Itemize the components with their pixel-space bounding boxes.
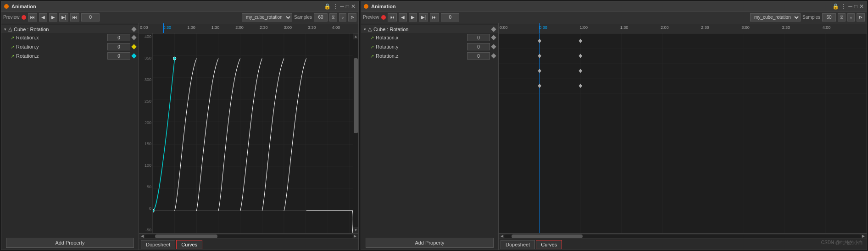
vert-scrollbar-left[interactable]: ▲ ▼ <box>353 33 358 233</box>
clip-select-left[interactable]: my_cube_rotation <box>242 13 292 22</box>
scroll-left-arrow[interactable]: ◀ <box>140 234 145 238</box>
scroll-down-left[interactable]: ▼ <box>353 227 358 233</box>
preview-label-right: Preview <box>363 15 379 20</box>
time-input-left[interactable] <box>81 13 100 22</box>
tree-item-rx-right: ↗ Rotation.x <box>361 33 498 42</box>
max-icon-left[interactable]: □ <box>346 3 349 10</box>
svg-rect-41 <box>579 54 582 58</box>
svg-point-22 <box>153 209 154 213</box>
samples-label-left: Samples <box>294 15 312 20</box>
diamond-rz-right[interactable] <box>491 53 496 58</box>
svg-rect-45 <box>579 84 582 88</box>
tab-curves-left[interactable]: Curves <box>176 240 202 249</box>
next-frame-btn-right[interactable]: ▶| <box>419 13 428 22</box>
hscroll-track-left[interactable] <box>145 235 353 238</box>
hscroll-thumb-left[interactable] <box>155 235 217 238</box>
bone-icon-ry-left: ↗ <box>11 44 14 49</box>
tree-arrow-right[interactable]: ▾ <box>364 27 366 32</box>
prop-name-rx-right: Rotation.x <box>376 35 465 40</box>
prop-value-rx-left[interactable] <box>107 34 130 41</box>
close-icon-left[interactable]: ✕ <box>351 3 356 10</box>
panel-title-left: Animation <box>11 4 36 9</box>
prop-name-rz-right: Rotation.z <box>376 53 465 59</box>
time-input-right[interactable] <box>441 13 459 22</box>
group-diamond-left[interactable] <box>131 27 136 32</box>
prev-frame-btn-left[interactable]: ◀ <box>39 13 47 22</box>
play-btn-left[interactable]: ▶ <box>49 13 57 22</box>
scroll-right-arrow-right[interactable]: ▶ <box>861 234 866 238</box>
scroll-right-arrow[interactable]: ▶ <box>353 234 357 238</box>
tab-dopesheet-right[interactable]: Dopesheet <box>501 240 535 249</box>
start-btn-left[interactable]: ⏮ <box>28 13 37 22</box>
menu-icon-left[interactable]: ⋮ <box>333 3 338 10</box>
auto-key-btn-left[interactable]: ⬦ <box>339 13 346 22</box>
prop-name-ry-right: Rotation.y <box>376 44 465 49</box>
record-btn-right[interactable] <box>381 15 386 20</box>
group-label-right: Cube : Rotation <box>373 27 490 32</box>
prop-value-rx-right[interactable] <box>467 34 490 41</box>
diamond-ry-right[interactable] <box>491 44 496 49</box>
record-btn-left[interactable] <box>22 15 26 20</box>
titlebar-left: Animation 🔒 ⋮ ─ □ ✕ <box>1 1 358 11</box>
auto-key-btn-right[interactable]: ⬦ <box>847 13 855 22</box>
hscroll-right[interactable]: ◀ ▶ <box>499 233 867 239</box>
svg-rect-44 <box>538 84 541 88</box>
prop-value-ry-right[interactable] <box>467 43 490 50</box>
vert-thumb-left[interactable] <box>354 58 358 133</box>
lock-icon-left[interactable]: 🔒 <box>324 3 331 10</box>
min-icon-right[interactable]: ─ <box>848 3 852 10</box>
snap-btn-left[interactable]: ⧖ <box>329 13 337 22</box>
play-btn-right[interactable]: ▶ <box>409 13 417 22</box>
diamond-rx-right[interactable] <box>491 35 496 40</box>
diamond-rz-left[interactable] <box>131 53 136 58</box>
vert-track-left[interactable] <box>353 39 358 227</box>
lock-icon-right[interactable]: 🔒 <box>832 3 839 10</box>
scroll-up-left[interactable]: ▲ <box>353 33 358 39</box>
settings-btn-right[interactable]: ⊳ <box>857 13 865 22</box>
prop-name-ry-left: Rotation.y <box>16 44 106 49</box>
preview-label-left: Preview <box>3 15 20 20</box>
samples-input-left[interactable] <box>314 13 328 22</box>
hscroll-thumb-right[interactable] <box>512 235 583 238</box>
add-property-btn-right[interactable]: Add Property <box>366 238 494 248</box>
tree-item-rx-left: ↗ Rotation.x <box>1 33 139 42</box>
next-frame-btn-left[interactable]: ▶| <box>59 13 69 22</box>
prop-value-rz-right[interactable] <box>467 52 490 60</box>
prop-value-rz-left[interactable] <box>107 52 130 60</box>
snap-btn-right[interactable]: ⧖ <box>838 13 846 22</box>
max-icon-right[interactable]: □ <box>854 3 857 10</box>
prop-name-rx-left: Rotation.x <box>16 35 106 40</box>
tab-dopesheet-left[interactable]: Dopesheet <box>141 240 175 249</box>
prop-value-ry-left[interactable] <box>107 43 130 50</box>
diamond-rx-left[interactable] <box>131 35 136 40</box>
hscroll-track-right[interactable] <box>504 235 861 238</box>
tree-item-rz-left: ↗ Rotation.z <box>1 51 139 60</box>
tree-arrow-left[interactable]: ▾ <box>4 27 6 32</box>
min-icon-left[interactable]: ─ <box>340 3 344 10</box>
group-label-left: Cube : Rotation <box>14 27 130 32</box>
diamond-ry-left[interactable] <box>131 44 136 49</box>
group-diamond-right[interactable] <box>491 27 496 32</box>
menu-icon-right[interactable]: ⋮ <box>841 3 846 10</box>
record-indicator-right <box>364 4 368 9</box>
prev-frame-btn-right[interactable]: ◀ <box>399 13 407 22</box>
grid-curve-left[interactable] <box>153 33 353 233</box>
titlebar-icons-right: 🔒 ⋮ ─ □ ✕ <box>832 3 864 10</box>
settings-btn-left[interactable]: ⊳ <box>348 13 356 22</box>
end-btn-right[interactable]: ⏭ <box>430 13 439 22</box>
samples-input-right[interactable] <box>822 13 836 22</box>
start-btn-right[interactable]: ⏮ <box>388 13 397 22</box>
close-icon-right[interactable]: ✕ <box>859 3 864 10</box>
tree-item-ry-left: ↗ Rotation.y <box>1 42 139 51</box>
bottom-tabs-right: Dopesheet Curves <box>499 239 867 250</box>
scroll-left-arrow-right[interactable]: ◀ <box>500 234 504 238</box>
ruler-right: 0:00 0:30 1:00 1:30 2:00 2:30 3:00 3:30 … <box>499 23 867 33</box>
tree-item-rz-right: ↗ Rotation.z <box>361 51 498 60</box>
add-property-btn-left[interactable]: Add Property <box>6 238 134 248</box>
hscroll-left[interactable]: ◀ ▶ <box>139 233 358 239</box>
end-btn-left[interactable]: ⏭ <box>70 13 79 22</box>
tab-curves-right[interactable]: Curves <box>536 240 562 249</box>
curve-main-left: 400 350 300 250 200 150 100 50 0 -50 <box>139 33 358 233</box>
svg-rect-38 <box>538 39 541 43</box>
clip-select-right[interactable]: my_cube_rotation <box>750 13 801 22</box>
